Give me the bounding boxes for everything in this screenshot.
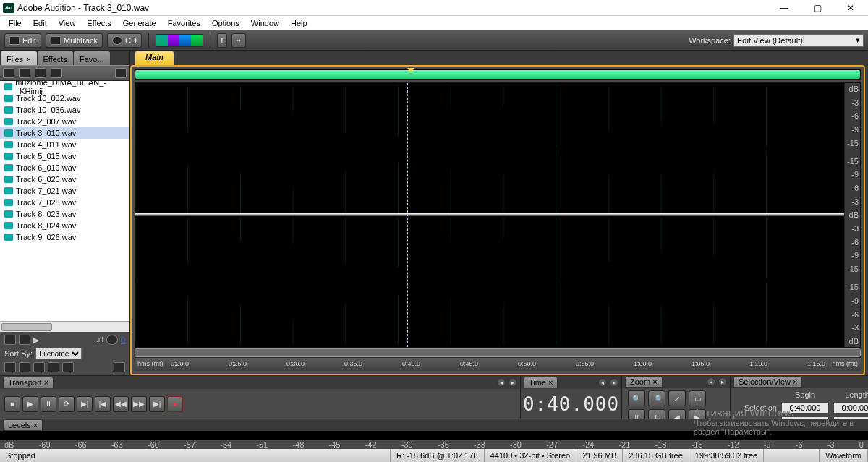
- selection-length-field[interactable]: 0:00.000: [833, 402, 868, 414]
- maximize-button[interactable]: ▢: [807, 1, 827, 15]
- edit-view-button[interactable]: Edit: [4, 33, 41, 48]
- view-icon-2[interactable]: [19, 362, 30, 372]
- transport-tab[interactable]: Transport×: [3, 377, 54, 388]
- ibeam-tool-button[interactable]: I: [217, 33, 227, 48]
- sidebar-tab-files[interactable]: Files×: [0, 51, 38, 65]
- menu-effects[interactable]: Effects: [81, 17, 116, 29]
- selection-row-label: Selection: [736, 403, 777, 412]
- panel-prev-icon[interactable]: ◂: [707, 377, 715, 386]
- menu-window[interactable]: Window: [245, 17, 285, 29]
- panel-prev-icon[interactable]: ◂: [598, 378, 607, 387]
- zoom-panel: Zoom× ◂ ▸ 🔍 🔎 ⤢ ▭ ⇵ ⇅ ◀ ▶: [622, 376, 731, 419]
- pause-button[interactable]: ⏸: [41, 396, 56, 412]
- view-mode-buttons[interactable]: [156, 34, 203, 47]
- menu-view[interactable]: View: [53, 17, 82, 29]
- file-row[interactable]: Track 4_011.wav: [0, 139, 129, 150]
- time-tab[interactable]: Time×: [524, 377, 558, 388]
- sortby-label: Sort By:: [4, 349, 33, 358]
- workspace-select[interactable]: Edit View (Default)▾: [733, 34, 864, 47]
- view-icon-3[interactable]: [33, 362, 45, 372]
- file-list-scrollbar[interactable]: [0, 321, 129, 332]
- play-button[interactable]: ▶: [22, 396, 38, 412]
- file-row[interactable]: Track 6_019.wav: [0, 162, 129, 174]
- panel-next-icon[interactable]: ▸: [509, 378, 517, 387]
- levels-tab[interactable]: Levels×: [3, 419, 43, 431]
- panel-next-icon[interactable]: ▸: [718, 377, 727, 386]
- stop-button[interactable]: ■: [4, 396, 20, 412]
- toolbar: Edit Multitrack CD I ↔ Workspace: Edit V…: [0, 30, 868, 51]
- insert-icon[interactable]: [51, 68, 62, 78]
- edit-file-icon[interactable]: [35, 68, 46, 78]
- close-file-icon[interactable]: [19, 68, 30, 78]
- status-free2: 199:38:59.02 free: [689, 449, 764, 462]
- speaker-icon[interactable]: [4, 335, 16, 345]
- menu-generate[interactable]: Generate: [117, 17, 162, 29]
- horizontal-nav-scroll[interactable]: [135, 348, 861, 358]
- view-icon-5[interactable]: [62, 362, 74, 372]
- menu-options[interactable]: Options: [206, 17, 245, 29]
- menu-edit[interactable]: Edit: [27, 17, 53, 29]
- view-icon-1[interactable]: [4, 362, 16, 372]
- waveform-display[interactable]: dB-3-6-9-15-15-9-6-3dB-3-6-9-15-15-9-6-3…: [135, 82, 861, 348]
- play-loop-button[interactable]: ⟳: [59, 396, 75, 412]
- length-header: Length: [833, 390, 868, 399]
- zoom-sel-button[interactable]: ▭: [689, 390, 706, 406]
- panel-next-icon[interactable]: ▸: [610, 378, 618, 387]
- levels-meter[interactable]: [0, 431, 868, 440]
- file-row[interactable]: Track 2_007.wav: [0, 116, 129, 127]
- view-icon-4[interactable]: [48, 362, 59, 372]
- audio-file-icon: [4, 95, 13, 102]
- sortby-select[interactable]: Filename: [35, 348, 82, 359]
- import-icon[interactable]: [3, 68, 14, 78]
- file-row[interactable]: Track 8_024.wav: [0, 220, 129, 231]
- sidebar-tab-effects[interactable]: Effects: [37, 51, 74, 65]
- rewind-button[interactable]: ◀◀: [113, 396, 129, 412]
- file-row[interactable]: Track 9_026.wav: [0, 231, 129, 243]
- play-to-end-button[interactable]: ▶|: [77, 396, 93, 412]
- file-row[interactable]: Track 7_021.wav: [0, 185, 129, 197]
- file-row[interactable]: Track 6_020.wav: [0, 174, 129, 185]
- loop-count-link[interactable]: 0: [121, 335, 125, 344]
- zoom-tab[interactable]: Zoom×: [625, 376, 663, 388]
- view-icon-6[interactable]: [114, 362, 125, 372]
- menu-help[interactable]: Help: [285, 17, 313, 29]
- autoplay-icon[interactable]: [19, 335, 30, 345]
- file-row[interactable]: Track 8_023.wav: [0, 208, 129, 220]
- time-display: 0:40.000: [523, 393, 619, 415]
- editor: Main dB-3-6-9-15-15-9-6-3dB-3-6-9-15-15-…: [130, 51, 868, 375]
- file-row[interactable]: Track 5_015.wav: [0, 150, 129, 162]
- playhead-line[interactable]: [407, 83, 408, 347]
- status-free1: 236.15 GB free: [623, 449, 689, 462]
- zoom-out-h-button[interactable]: 🔎: [648, 390, 665, 406]
- sidebar-tab-favo[interactable]: Favo...: [73, 51, 111, 65]
- minimize-button[interactable]: —: [774, 1, 794, 15]
- file-row[interactable]: Track 3_010.wav: [0, 127, 129, 139]
- go-start-button[interactable]: |◀: [95, 396, 111, 412]
- multitrack-button[interactable]: Multitrack: [46, 33, 103, 48]
- file-row[interactable]: Track 7_028.wav: [0, 197, 129, 208]
- file-row[interactable]: Track 10_036.wav: [0, 104, 129, 116]
- forward-button[interactable]: ▶▶: [131, 396, 147, 412]
- selview-tab[interactable]: Selection/View×: [733, 376, 802, 388]
- record-button[interactable]: ●: [167, 396, 183, 412]
- close-button[interactable]: ✕: [841, 1, 861, 15]
- selection-view-panel: Selection/View× Begin Length Selection 0…: [731, 376, 868, 419]
- menu-file[interactable]: File: [3, 17, 27, 29]
- panel-prev-icon[interactable]: ◂: [497, 378, 506, 387]
- playhead-marker-icon[interactable]: [407, 68, 414, 73]
- editor-tab-main[interactable]: Main: [135, 51, 174, 65]
- zoom-in-h-button[interactable]: 🔍: [628, 390, 645, 406]
- selection-begin-field[interactable]: 0:40.000: [781, 402, 829, 414]
- go-end-button[interactable]: ▶|: [149, 396, 165, 412]
- move-tool-button[interactable]: ↔: [231, 33, 246, 48]
- menu-favorites[interactable]: Favorites: [162, 17, 206, 29]
- time-ruler[interactable]: hms (mt)0:20.00:25.00:30.00:35.00:40.00:…: [135, 358, 861, 371]
- file-list[interactable]: muzlome_DIMA_BILAN_-_KHimijTrack 10_032.…: [0, 81, 129, 321]
- file-row[interactable]: muzlome_DIMA_BILAN_-_KHimij: [0, 81, 129, 93]
- loop-icon[interactable]: [106, 335, 118, 345]
- cd-button[interactable]: CD: [107, 33, 142, 48]
- options-icon[interactable]: [115, 68, 127, 78]
- overview-bar[interactable]: [135, 69, 861, 80]
- file-toolbar: [0, 65, 129, 81]
- zoom-full-button[interactable]: ⤢: [668, 390, 686, 406]
